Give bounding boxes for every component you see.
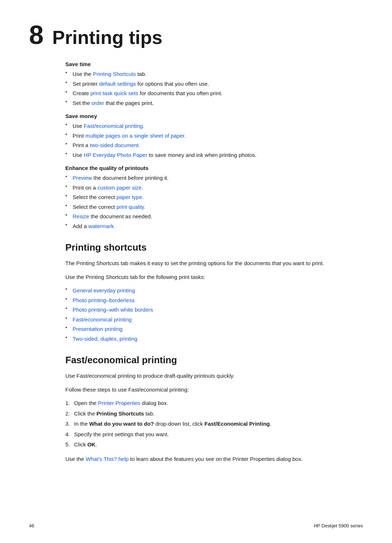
step-number: 1. [65,399,70,408]
printing-shortcuts-list: General everyday printing Photo printing… [65,287,348,343]
list-item: Set printer default settings for options… [65,80,348,88]
list-item: Print multiple pages on a single sheet o… [65,132,348,140]
content-area: Save time Use the Printing Shortcuts tab… [29,61,363,463]
multiple-pages-link[interactable]: multiple pages on a single sheet of pape… [85,133,186,139]
chapter-header: 8 Printing tips [29,22,363,48]
whats-this-help-link[interactable]: What's This? help [86,456,128,462]
fast-economical-para2: Follow these steps to use Fast/economica… [65,385,348,394]
list-item: Resize the document as needed. [65,212,348,221]
watermark-link[interactable]: watermark. [88,223,115,229]
save-time-heading: Save time [65,61,348,67]
save-time-list: Use the Printing Shortcuts tab. Set prin… [65,70,348,107]
default-settings-link[interactable]: default settings [99,81,136,87]
printing-shortcuts-para1: The Printing Shortcuts tab makes it easy… [65,259,348,268]
page: 8 Printing tips Save time Use the Printi… [0,0,392,543]
print-quality-link[interactable]: print quality. [117,204,146,210]
list-item: Print on a custom paper size. [65,184,348,192]
printing-shortcuts-para2: Use the Printing Shortcuts tab for the f… [65,273,348,281]
enhance-quality-heading: Enhance the quality of printouts [65,165,348,171]
list-item: Fast/economical printing [65,316,348,324]
step-number: 2. [65,410,70,418]
footer: 46 HP Deskjet 5900 series [29,523,363,528]
preview-link[interactable]: Preview [73,175,92,181]
list-item: 1. Open the Printer Properties dialog bo… [65,399,348,408]
printing-shortcuts-title: Printing shortcuts [65,242,348,253]
printing-shortcuts-bold: Printing Shortcuts [97,410,144,417]
presentation-printing-link[interactable]: Presentation printing [73,326,123,332]
list-item: Print a two-sided document. [65,141,348,150]
fast-economical-printing-link[interactable]: Fast/economical printing [73,316,132,323]
general-everyday-printing-link[interactable]: General everyday printing [73,287,135,293]
two-sided-link[interactable]: two-sided document. [90,142,140,148]
list-item: Select the correct print quality. [65,203,348,211]
chapter-number: 8 [29,22,44,48]
save-money-heading: Save money [65,113,348,119]
two-sided-duplex-link[interactable]: Two-sided, duplex, printing [73,336,137,342]
fast-economical-title: Fast/economical printing [65,354,348,366]
list-item: Presentation printing [65,325,348,333]
step-number: 5. [65,441,70,449]
paper-type-link[interactable]: paper type. [117,194,144,200]
list-item: 2. Click the Printing Shortcuts tab. [65,410,348,418]
printing-shortcuts-link[interactable]: Printing Shortcuts [93,71,136,77]
photo-printing-white-borders-link[interactable]: Photo printing–with white borders [73,307,153,313]
list-item: 3. In the What do you want to do? drop-d… [65,420,348,428]
list-item: Photo printing–with white borders [65,306,348,314]
print-task-quick-sets-link[interactable]: print task quick sets [90,90,138,96]
product-name: HP Deskjet 5900 series [314,523,363,528]
step-number: 3. [65,420,70,428]
enhance-quality-list: Preview the document before printing it.… [65,174,348,230]
chapter-title: Printing tips [52,28,162,47]
list-item: Set the order that the pages print. [65,99,348,108]
fast-economical-para3: Use the What's This? help to learn about… [65,455,348,463]
what-do-you-want-bold: What do you want to do? [89,421,154,427]
hp-everyday-photo-link[interactable]: HP Everyday Photo Paper [84,152,147,158]
fast-economical-printing-bold: Fast/Economical Printing [204,421,270,427]
list-item: Two-sided, duplex, printing [65,335,348,343]
fast-economical-para1: Use Fast/economical printing to produce … [65,372,348,380]
order-link[interactable]: order [91,100,104,106]
list-item: Use the Printing Shortcuts tab. [65,70,348,78]
list-item: Use Fast/economical printing. [65,122,348,130]
fast-economical-steps: 1. Open the Printer Properties dialog bo… [65,399,348,449]
list-item: 5. Click OK. [65,441,348,449]
list-item: Create print task quick sets for documen… [65,89,348,98]
list-item: Select the correct paper type. [65,193,348,202]
photo-printing-borderless-link[interactable]: Photo printing–borderless [73,297,135,303]
list-item: Use HP Everyday Photo Paper to save mone… [65,151,348,159]
step-number: 4. [65,430,70,439]
custom-paper-size-link[interactable]: custom paper size. [97,185,143,191]
save-money-list: Use Fast/economical printing. Print mult… [65,122,348,159]
list-item: Preview the document before printing it. [65,174,348,182]
page-number: 46 [29,523,34,528]
fast-economical-link-1[interactable]: Fast/economical printing. [84,123,144,129]
list-item: General everyday printing [65,287,348,295]
list-item: 4. Specify the print settings that you w… [65,430,348,439]
printer-properties-link[interactable]: Printer Properties [98,400,140,406]
ok-bold: OK [87,441,96,447]
list-item: Add a watermark. [65,222,348,231]
list-item: Photo printing–borderless [65,296,348,305]
resize-link[interactable]: Resize [73,213,89,219]
